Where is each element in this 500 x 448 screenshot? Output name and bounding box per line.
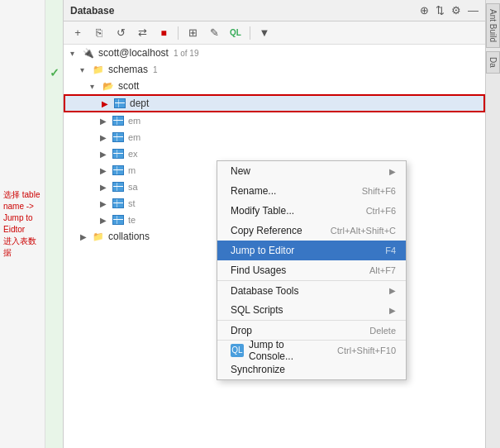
console-icon: QL [231, 344, 244, 357]
scott-label: scott [118, 80, 139, 92]
dept-arrow: ▶ [102, 99, 112, 108]
sa-label: sa [128, 182, 138, 192]
menu-item-sql-scripts[interactable]: SQL Scripts ▶ [217, 300, 406, 320]
schemas-badge: 1 [153, 65, 158, 74]
stop-button[interactable]: ■ [155, 24, 173, 42]
te-label: te [128, 215, 136, 225]
table-em2[interactable]: ▶ em [64, 129, 485, 145]
menu-item-jump-console[interactable]: QL Jump to Console... Ctrl+Shift+F10 [217, 340, 406, 360]
filter-button[interactable]: ▼ [255, 24, 274, 42]
sidebar-tab-ant-build[interactable]: Ant Build [486, 3, 500, 48]
menu-drop-label: Drop [231, 325, 363, 336]
schemas-arrow: ▾ [80, 65, 90, 74]
tree-area: ▾ 🔌 scott@localhost 1 of 19 ▾ 📁 schemas … [64, 45, 485, 448]
menu-dbtools-label: Database Tools [231, 285, 386, 297]
scott-icon: 📂 [102, 80, 115, 92]
ex-label: ex [128, 149, 138, 159]
right-sidebar: Ant Build Da [485, 0, 500, 448]
m-label: m [128, 165, 136, 175]
sa-arrow: ▶ [100, 183, 110, 192]
host-label: scott@localhost [98, 47, 169, 59]
menu-console-shortcut: Ctrl+Shift+F10 [337, 346, 396, 355]
menu-new-arrow: ▶ [389, 167, 396, 176]
menu-item-find-usages[interactable]: Find Usages Alt+F7 [217, 260, 406, 280]
edit-button[interactable]: ✎ [205, 24, 223, 42]
menu-jump-editor-label: Jump to Editor [231, 245, 379, 256]
add-icon[interactable]: ⊕ [420, 4, 429, 17]
sidebar-tab-da[interactable]: Da [486, 51, 500, 74]
menu-item-db-tools[interactable]: Database Tools ▶ [217, 280, 406, 300]
refresh-button[interactable]: ↺ [112, 24, 130, 42]
menu-rename-label: Rename... [231, 185, 355, 197]
context-menu: New ▶ Rename... Shift+F6 Modify Table...… [217, 160, 407, 380]
host-item[interactable]: ▾ 🔌 scott@localhost 1 of 19 [64, 45, 485, 61]
menu-item-drop[interactable]: Drop Delete [217, 320, 406, 340]
ql-button[interactable]: QL [226, 24, 245, 42]
scott-arrow: ▾ [90, 82, 100, 91]
menu-dbtools-arrow: ▶ [389, 286, 396, 295]
m-arrow: ▶ [100, 166, 110, 175]
table-em1[interactable]: ▶ em [64, 112, 485, 129]
menu-new-label: New [231, 165, 386, 177]
menu-copy-label: Copy Reference [231, 225, 324, 236]
copy-button[interactable]: ⎘ [90, 24, 108, 42]
toolbar-separator [178, 26, 179, 40]
menu-sql-label: SQL Scripts [231, 304, 386, 316]
te-arrow: ▶ [100, 216, 110, 225]
collations-arrow: ▶ [80, 232, 90, 241]
te-icon [112, 214, 125, 226]
ex-arrow: ▶ [100, 150, 110, 159]
menu-sql-arrow: ▶ [389, 306, 396, 315]
st-label: st [128, 198, 136, 208]
settings-icon[interactable]: ⚙ [451, 4, 461, 17]
schemas-item[interactable]: ▾ 📁 schemas 1 [64, 61, 485, 78]
sync-button[interactable]: ⇄ [133, 24, 151, 42]
menu-find-label: Find Usages [231, 265, 363, 276]
sa-icon [112, 181, 125, 193]
dept-table-icon [113, 98, 126, 109]
menu-item-sync[interactable]: Synchronize [217, 360, 406, 379]
menu-item-new[interactable]: New ▶ [217, 161, 406, 181]
toolbar-separator2 [250, 26, 250, 40]
st-icon [112, 198, 125, 209]
em2-label: em [128, 132, 140, 142]
menu-rename-shortcut: Shift+F6 [362, 186, 396, 196]
menu-copy-shortcut: Ctrl+Alt+Shift+C [331, 226, 396, 236]
minimize-icon[interactable]: — [468, 4, 479, 17]
collations-icon: 📁 [92, 231, 105, 242]
new-button[interactable]: + [69, 24, 87, 42]
table-ex[interactable]: ▶ ex [64, 145, 485, 162]
em2-icon [112, 131, 125, 143]
panel-title: Database [70, 5, 114, 17]
grid-button[interactable]: ⊞ [183, 24, 202, 42]
menu-drop-shortcut: Delete [369, 326, 396, 336]
transfer-icon[interactable]: ⇅ [436, 4, 445, 17]
main-panel: Database ⊕ ⇅ ⚙ — + ⎘ ↺ ⇄ ■ ⊞ ✎ QL ▼ ▾ 🔌 … [64, 0, 485, 448]
menu-item-modify-table[interactable]: Modify Table... Ctrl+F6 [217, 201, 406, 221]
host-arrow: ▾ [70, 49, 80, 58]
em2-arrow: ▶ [100, 133, 110, 142]
menu-item-rename[interactable]: Rename... Shift+F6 [217, 181, 406, 201]
st-arrow: ▶ [100, 199, 110, 208]
title-bar: Database ⊕ ⇅ ⚙ — [64, 0, 485, 21]
dept-item[interactable]: ▶ dept [64, 94, 485, 112]
menu-item-copy-ref[interactable]: Copy Reference Ctrl+Alt+Shift+C [217, 221, 406, 241]
collations-label: collations [108, 231, 150, 242]
host-icon: 🔌 [82, 47, 95, 59]
toolbar: + ⎘ ↺ ⇄ ■ ⊞ ✎ QL ▼ [64, 21, 485, 45]
annotation-panel: 选择 table name -> Jump to Eidtor 进入表数据 [0, 0, 45, 448]
schemas-label: schemas [108, 64, 148, 75]
menu-jump-editor-shortcut: F4 [385, 245, 396, 255]
menu-find-shortcut: Alt+F7 [369, 265, 396, 275]
host-badge: 1 of 19 [174, 49, 199, 58]
dept-label: dept [130, 98, 149, 109]
menu-modify-shortcut: Ctrl+F6 [366, 206, 396, 216]
em1-icon [112, 115, 125, 126]
schemas-icon: 📁 [92, 64, 105, 75]
ex-icon [112, 148, 125, 160]
menu-item-jump-editor[interactable]: Jump to Editor F4 [217, 241, 406, 260]
menu-modify-label: Modify Table... [231, 205, 360, 217]
em1-label: em [128, 116, 140, 126]
scott-item[interactable]: ▾ 📂 scott [64, 78, 485, 94]
annotation-text: 选择 table name -> Jump to Eidtor 进入表数据 [3, 189, 41, 259]
